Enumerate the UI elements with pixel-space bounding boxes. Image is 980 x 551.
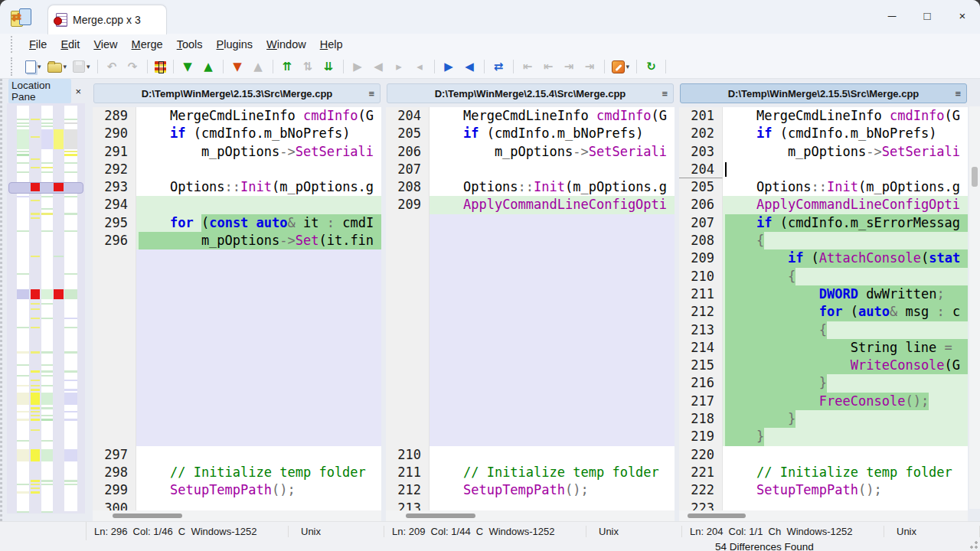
document-tab-icon <box>56 13 67 27</box>
code-text[interactable]: m_pOptions->SetSeriali <box>430 143 675 161</box>
code-text[interactable] <box>723 161 968 178</box>
code-area-2[interactable]: 204 MergeCmdLineInfo cmdInfo(G205 if (cm… <box>386 107 675 510</box>
last-difference-button[interactable]: ⇊ <box>319 58 338 75</box>
horizontal-scrollbar-thumb[interactable] <box>113 514 181 518</box>
code-text[interactable]: ApplyCommandLineConfigOpti <box>430 196 675 214</box>
pane-menu-icon[interactable]: ≡ <box>662 88 668 99</box>
horizontal-scrollbar-thumb[interactable] <box>406 514 475 518</box>
code-text[interactable]: if (cmdInfo.m_bNoPrefs) <box>136 125 381 142</box>
copy-both-button[interactable]: ⇄ <box>489 58 508 75</box>
code-text[interactable]: // Initialize temp folder <box>723 464 968 481</box>
close-button[interactable]: × <box>945 0 980 31</box>
code-text[interactable]: Options::Init(m_pOptions.g <box>136 178 381 196</box>
menu-item-help[interactable]: Help <box>313 36 350 53</box>
code-text[interactable] <box>136 161 381 178</box>
code-area-3[interactable]: 201 MergeCmdLineInfo cmdInfo(G202 if (cm… <box>679 107 968 510</box>
document-tab[interactable]: Merge.cpp x 3 <box>47 5 167 34</box>
menu-item-file[interactable]: File <box>22 36 54 53</box>
toolbar-gripper[interactable] <box>11 57 16 76</box>
maximize-button[interactable]: □ <box>910 0 945 31</box>
pane-header-2[interactable]: D:\Temp\WinMerge\2.15.4\Src\Merge.cpp≡ <box>387 83 674 103</box>
location-pane-map[interactable] <box>7 103 85 514</box>
code-text[interactable]: m_pOptions->Set(it.fin <box>136 232 381 249</box>
pane-menu-icon[interactable]: ≡ <box>955 88 961 99</box>
code-text[interactable]: { <box>723 321 968 339</box>
vertical-scrollbar[interactable] <box>969 106 980 509</box>
dropdown-caret-icon[interactable]: ▾ <box>64 63 67 70</box>
code-text[interactable] <box>430 500 675 510</box>
code-text[interactable] <box>723 446 968 464</box>
code-text[interactable]: if (cmdInfo.m_bNoPrefs) <box>430 125 675 142</box>
next-difference-button[interactable]: ▼ <box>178 58 198 75</box>
pane-header-path: D:\Temp\WinMerge\2.15.5\Src\Merge.cpp <box>728 88 920 99</box>
dropdown-caret-icon[interactable]: ▾ <box>38 63 41 70</box>
code-text[interactable] <box>136 500 381 510</box>
resize-grip[interactable] <box>970 541 978 549</box>
view-diff-context-button[interactable] <box>152 60 168 74</box>
code-text[interactable]: if (cmdInfo.m_bNoPrefs) <box>723 125 968 142</box>
code-text[interactable]: m_pOptions->SetSeriali <box>136 143 381 161</box>
first-difference-button[interactable]: ⇈ <box>278 58 297 75</box>
options-button[interactable]: ▾ <box>609 59 632 75</box>
code-text[interactable]: m_pOptions->SetSeriali <box>723 143 968 161</box>
code-text[interactable]: for (auto& msg : c <box>723 303 968 321</box>
code-text[interactable]: MergeCmdLineInfo cmdInfo(G <box>136 107 381 125</box>
copy-left-button[interactable]: ◀ <box>460 58 479 75</box>
code-text[interactable]: // Initialize temp folder <box>430 464 675 481</box>
horizontal-scrollbar-1[interactable] <box>93 510 381 521</box>
code-text[interactable]: if (cmdInfo.m_sErrorMessag <box>723 214 968 232</box>
code-text[interactable]: MergeCmdLineInfo cmdInfo(G <box>430 107 675 125</box>
minimize-button[interactable]: ─ <box>874 0 910 31</box>
refresh-button[interactable]: ↻ <box>642 58 661 75</box>
menu-item-view[interactable]: View <box>87 36 124 53</box>
horizontal-scrollbar-2[interactable] <box>386 510 675 521</box>
code-text[interactable]: SetupTempPath(); <box>136 481 381 499</box>
menu-item-plugins[interactable]: Plugins <box>210 36 260 53</box>
code-text[interactable]: // Initialize temp folder <box>136 464 381 481</box>
code-text[interactable]: FreeConsole(); <box>723 393 968 410</box>
code-text[interactable] <box>136 446 381 464</box>
menu-item-edit[interactable]: Edit <box>54 36 87 53</box>
code-text[interactable]: SetupTempPath(); <box>430 481 675 499</box>
copy-right-button[interactable]: ▶ <box>439 58 459 75</box>
code-text[interactable]: ApplyCommandLineConfigOpti <box>723 196 968 214</box>
pane-header-1[interactable]: D:\Temp\WinMerge\2.15.3\Src\Merge.cpp≡ <box>93 83 381 103</box>
previous-difference-button[interactable]: ▲ <box>199 58 218 75</box>
current-difference-button[interactable]: ▼ <box>228 58 247 75</box>
code-text[interactable]: WriteConsole(G <box>723 357 968 374</box>
new-button[interactable]: ▾ <box>23 59 44 75</box>
code-text[interactable]: for (const auto& it : cmdI <box>136 214 381 232</box>
code-text[interactable]: SetupTempPath(); <box>723 481 968 499</box>
code-text[interactable] <box>136 196 381 214</box>
code-text[interactable]: { <box>723 268 968 285</box>
code-text[interactable] <box>430 446 675 464</box>
menu-item-merge[interactable]: Merge <box>125 36 170 53</box>
code-text[interactable]: Options::Init(m_pOptions.g <box>430 178 675 196</box>
vertical-scrollbar-thumb[interactable] <box>972 167 978 187</box>
code-text[interactable] <box>430 161 675 178</box>
dropdown-caret-icon[interactable]: ▾ <box>87 63 90 70</box>
open-button[interactable]: ▾ <box>45 59 70 74</box>
location-current-position-band[interactable] <box>8 182 83 194</box>
code-text[interactable]: { <box>723 232 968 249</box>
menu-item-tools[interactable]: Tools <box>170 36 210 53</box>
location-pane-close-icon[interactable]: × <box>71 86 85 97</box>
code-text[interactable]: MergeCmdLineInfo cmdInfo(G <box>723 107 968 125</box>
horizontal-scrollbar-thumb[interactable] <box>688 514 745 518</box>
code-text[interactable] <box>723 500 968 510</box>
dropdown-caret-icon[interactable]: ▾ <box>626 63 630 70</box>
code-text[interactable]: } <box>723 374 968 392</box>
code-text[interactable]: String line = <box>723 339 968 357</box>
code-text[interactable]: } <box>723 428 968 445</box>
pane-header-3[interactable]: D:\Temp\WinMerge\2.15.5\Src\Merge.cpp≡ <box>680 83 967 103</box>
code-text[interactable]: Options::Init(m_pOptions.g <box>723 178 968 196</box>
horizontal-scrollbar-3[interactable] <box>679 510 968 521</box>
code-area-1[interactable]: 289 MergeCmdLineInfo cmdInfo(G290 if (cm… <box>93 107 381 510</box>
code-text[interactable]: DWORD dwWritten; <box>723 285 968 303</box>
location-diff-stripe <box>31 289 40 299</box>
menu-item-window[interactable]: Window <box>260 36 313 53</box>
menubar-gripper[interactable] <box>11 36 16 53</box>
code-text[interactable]: } <box>723 410 968 428</box>
pane-menu-icon[interactable]: ≡ <box>368 88 374 99</box>
code-text[interactable]: if (AttachConsole(stat <box>723 249 968 267</box>
